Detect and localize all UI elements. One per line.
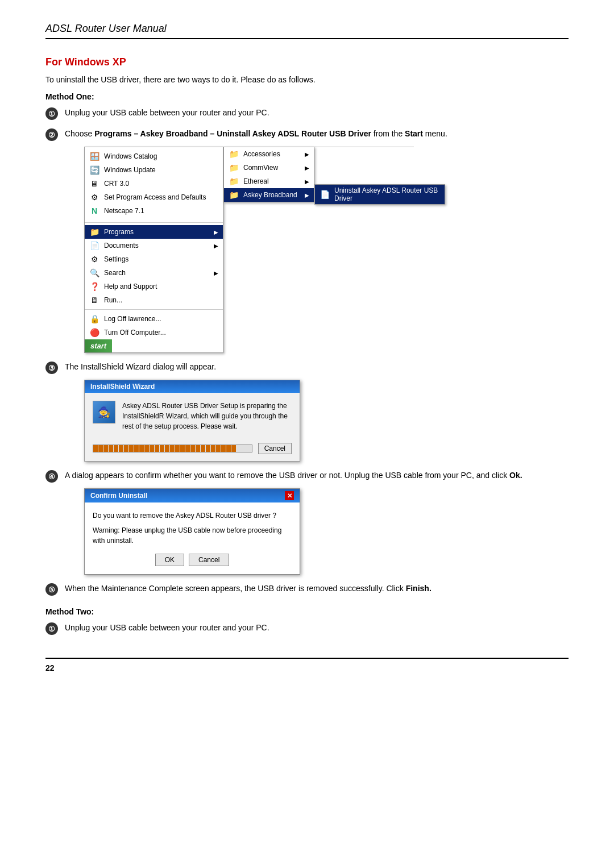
search-icon: 🔍 bbox=[89, 268, 99, 278]
settings-label: Settings bbox=[104, 255, 128, 263]
run-label: Run... bbox=[104, 296, 122, 304]
menu-item-programs[interactable]: 📁 Programs ▶ bbox=[85, 225, 223, 239]
installshield-dialog: InstallShield Wizard 🧙 Askey ADSL Router… bbox=[84, 380, 300, 462]
confirm-cancel-button[interactable]: Cancel bbox=[189, 554, 229, 566]
method-two-steps: ① Unplug your USB cable between your rou… bbox=[45, 622, 569, 635]
separator-hr2 bbox=[85, 309, 223, 310]
access-icon: ⚙ bbox=[89, 192, 99, 202]
catalog-label: Windows Catalog bbox=[104, 152, 157, 160]
bottom-menu-items: 🔒 Log Off lawrence... 🔴 Turn Off Compute… bbox=[85, 312, 223, 339]
start-menu-panel: 🪟 Windows Catalog 🔄 Windows Update 🖥 bbox=[84, 147, 223, 353]
step-5-content: When the Maintenance Complete screen app… bbox=[65, 583, 569, 595]
update-icon: 🔄 bbox=[89, 165, 99, 175]
step-3-number: ③ bbox=[45, 362, 58, 374]
ethereal-label: Ethereal bbox=[243, 177, 269, 185]
step-2: ② Choose Programs – Askey Broadband – Un… bbox=[45, 128, 569, 353]
menu-item-access[interactable]: ⚙ Set Program Access and Defaults bbox=[85, 190, 223, 204]
search-arrow: ▶ bbox=[214, 270, 218, 276]
dialog-text: Askey ADSL Router USB Driver Setup is pr… bbox=[122, 401, 292, 431]
menu-item-update[interactable]: 🔄 Windows Update bbox=[85, 163, 223, 177]
progress-fill bbox=[93, 445, 237, 452]
cancel-button[interactable]: Cancel bbox=[258, 443, 292, 454]
submenu-commview[interactable]: 📁 CommView ▶ bbox=[224, 161, 314, 175]
submenu-wrapper: 📁 Accessories ▶ 📁 CommView ▶ bbox=[223, 147, 314, 202]
commview-label: CommView bbox=[243, 164, 278, 172]
askey-arrow: ▶ bbox=[305, 192, 309, 198]
step-3-content: The InstallShield Wizard dialog will app… bbox=[65, 361, 569, 462]
step-3: ③ The InstallShield Wizard dialog will a… bbox=[45, 361, 569, 462]
submenu-askey[interactable]: 📁 Askey Broadband ▶ bbox=[224, 188, 314, 202]
menu-item-documents[interactable]: 📄 Documents ▶ bbox=[85, 239, 223, 252]
separator-hr bbox=[85, 222, 223, 223]
help-label: Help and Support bbox=[104, 283, 157, 290]
programs-label: Programs bbox=[104, 228, 134, 236]
commview-icon: 📁 bbox=[229, 163, 239, 173]
netscape-label: Netscape 7.1 bbox=[104, 207, 144, 215]
submenu-accessories[interactable]: 📁 Accessories ▶ bbox=[224, 147, 314, 161]
submenu-ethereal[interactable]: 📁 Ethereal ▶ bbox=[224, 175, 314, 188]
page: ADSL Router User Manual For Windows XP T… bbox=[0, 0, 614, 868]
submenu: 📁 Accessories ▶ 📁 CommView ▶ bbox=[223, 147, 314, 202]
documents-icon: 📄 bbox=[89, 240, 99, 251]
step-5: ⑤ When the Maintenance Complete screen a… bbox=[45, 583, 569, 596]
step-4-content: A dialog appears to confirm whether you … bbox=[65, 470, 569, 575]
start-label: start bbox=[90, 342, 106, 350]
step-3-text: The InstallShield Wizard dialog will app… bbox=[65, 362, 216, 371]
subsubmenu-uninstall[interactable]: 📄 Uninstall Askey ADSL Router USB Driver bbox=[315, 185, 445, 204]
dialog-icon: 🧙 bbox=[93, 401, 115, 423]
close-button[interactable]: ✕ bbox=[285, 491, 294, 500]
menu-item-turnoff[interactable]: 🔴 Turn Off Computer... bbox=[85, 326, 223, 339]
crt-label: CRT 3.0 bbox=[104, 180, 129, 188]
uninstall-icon: 📄 bbox=[320, 189, 330, 200]
wizard-icon-graphic: 🧙 bbox=[98, 406, 110, 418]
step-5-text: When the Maintenance Complete screen app… bbox=[65, 584, 432, 593]
menu-item-crt[interactable]: 🖥 CRT 3.0 bbox=[85, 177, 223, 190]
askey-icon: 📁 bbox=[229, 190, 239, 200]
progress-area: Cancel bbox=[85, 439, 300, 461]
confirm-title: Confirm Uninstall bbox=[90, 492, 147, 500]
step-2-text: Choose Programs – Askey Broadband – Unin… bbox=[65, 129, 447, 138]
accessories-label: Accessories bbox=[243, 150, 280, 158]
help-icon: ❓ bbox=[89, 281, 99, 292]
step-4-text: A dialog appears to confirm whether you … bbox=[65, 471, 522, 480]
turnoff-label: Turn Off Computer... bbox=[104, 329, 166, 337]
main-menu-items: 📁 Programs ▶ 📄 Documents ▶ bbox=[85, 225, 223, 307]
search-label: Search bbox=[104, 269, 126, 277]
menu-item-help[interactable]: ❓ Help and Support bbox=[85, 280, 223, 293]
step-2-number: ② bbox=[45, 128, 58, 141]
confirm-buttons: OK Cancel bbox=[93, 554, 292, 566]
settings-icon: ⚙ bbox=[89, 254, 99, 264]
documents-arrow: ▶ bbox=[214, 243, 218, 249]
step-1: ① Unplug your USB cable between your rou… bbox=[45, 107, 569, 120]
menu-item-logoff[interactable]: 🔒 Log Off lawrence... bbox=[85, 312, 223, 326]
logoff-icon: 🔒 bbox=[89, 314, 99, 324]
askey-label: Askey Broadband bbox=[243, 191, 297, 199]
header-bar: ADSL Router User Manual bbox=[45, 23, 569, 39]
run-icon: 🖥 bbox=[89, 295, 99, 305]
menu-item-search[interactable]: 🔍 Search ▶ bbox=[85, 266, 223, 280]
method-one-steps: ① Unplug your USB cable between your rou… bbox=[45, 107, 569, 596]
menu-item-netscape[interactable]: N Netscape 7.1 bbox=[85, 204, 223, 218]
ok-button[interactable]: OK bbox=[155, 554, 184, 566]
menu-item-catalog[interactable]: 🪟 Windows Catalog bbox=[85, 149, 223, 163]
subsubmenu: 📄 Uninstall Askey ADSL Router USB Driver bbox=[314, 184, 445, 205]
progress-bar bbox=[93, 445, 252, 452]
footer: 22 bbox=[45, 658, 569, 672]
commview-arrow: ▶ bbox=[305, 165, 309, 171]
logoff-label: Log Off lawrence... bbox=[104, 315, 161, 323]
step-4: ④ A dialog appears to confirm whether yo… bbox=[45, 470, 569, 575]
programs-arrow: ▶ bbox=[214, 229, 218, 235]
documents-label: Documents bbox=[104, 242, 139, 250]
header-title: ADSL Router User Manual bbox=[45, 23, 167, 34]
step-1-content: Unplug your USB cable between your route… bbox=[65, 107, 569, 119]
confirm-body: Do you want to remove the Askey ADSL Rou… bbox=[85, 502, 300, 574]
start-menu: 🪟 Windows Catalog 🔄 Windows Update 🖥 bbox=[84, 147, 223, 353]
menu-item-settings[interactable]: ⚙ Settings bbox=[85, 252, 223, 266]
dialog-title: InstallShield Wizard bbox=[90, 383, 155, 391]
accessories-arrow: ▶ bbox=[305, 151, 309, 157]
pinned-items: 🪟 Windows Catalog 🔄 Windows Update 🖥 bbox=[85, 147, 223, 220]
menu-item-run[interactable]: 🖥 Run... bbox=[85, 293, 223, 307]
method-two-step-1: ① Unplug your USB cable between your rou… bbox=[45, 622, 569, 635]
ethereal-arrow: ▶ bbox=[305, 178, 309, 185]
dialog-body: 🧙 Askey ADSL Router USB Driver Setup is … bbox=[85, 393, 300, 439]
